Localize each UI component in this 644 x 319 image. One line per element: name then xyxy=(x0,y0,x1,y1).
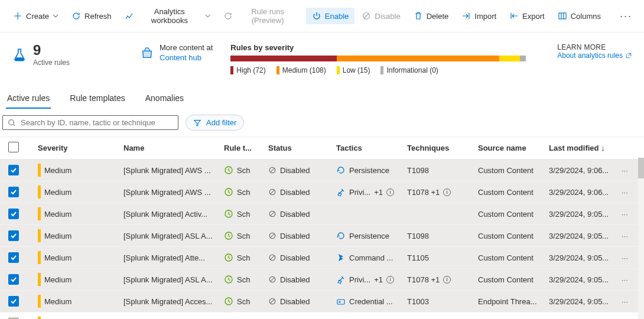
row-checkbox[interactable] xyxy=(8,230,19,241)
export-label: Export xyxy=(522,12,545,21)
clock-icon xyxy=(224,253,233,262)
columns-label: Columns xyxy=(571,12,601,21)
delete-button[interactable]: Delete xyxy=(408,8,455,24)
clock-icon xyxy=(224,187,233,197)
severity-indicator xyxy=(38,207,41,220)
info-icon[interactable]: i xyxy=(386,276,394,284)
status-value: Disabled xyxy=(280,275,310,284)
row-more-icon[interactable]: ··· xyxy=(617,275,635,284)
table-row[interactable]: Medium[Splunk Migrated] ASL A...SchDisab… xyxy=(0,269,644,291)
row-more-icon[interactable]: ··· xyxy=(617,188,635,197)
table-header: Severity Name Rule t... Status Tactics T… xyxy=(0,136,644,160)
refresh-button[interactable]: Refresh xyxy=(66,8,118,24)
modified-value: 3/29/2024, 9:05... xyxy=(549,232,617,240)
add-filter-button[interactable]: Add filter xyxy=(186,115,244,131)
active-rules-count: 9 Active rules xyxy=(12,43,70,67)
row-checkbox[interactable] xyxy=(8,187,19,197)
select-all-checkbox[interactable] xyxy=(8,142,19,152)
import-icon xyxy=(461,11,471,21)
col-rule-type[interactable]: Rule t... xyxy=(224,144,268,152)
col-severity[interactable]: Severity xyxy=(38,144,123,152)
tabs: Active rules Rule templates Anomalies xyxy=(0,89,644,109)
modified-value: 3/29/2024, 9:05... xyxy=(549,275,617,284)
severity-legend: High (72) Medium (108) Low (15) Informat… xyxy=(230,66,539,74)
count-value: 9 xyxy=(33,43,70,57)
tactic-extra: +1 xyxy=(374,188,383,197)
table-row[interactable]: Medium[Splunk Migrated] AWS ...SchDisabl… xyxy=(0,160,644,181)
tactic-extra: +1 xyxy=(374,275,383,284)
scrollbar[interactable] xyxy=(638,158,644,319)
table-row[interactable]: Medium[Splunk Migrated] Activ...SchDisab… xyxy=(0,203,644,225)
chart-icon xyxy=(125,11,134,21)
svg-rect-1 xyxy=(559,13,566,19)
severity-title: Rules by severity xyxy=(230,43,539,52)
clock-icon xyxy=(224,231,233,240)
row-more-icon[interactable]: ··· xyxy=(617,232,635,240)
severity-value: Medium xyxy=(44,166,71,175)
table-row[interactable]: Medium[Splunk Migrated] Acces...SchDisab… xyxy=(0,291,644,313)
tactic-value: Credential ... xyxy=(349,297,393,306)
add-filter-label: Add filter xyxy=(206,118,236,127)
table-row[interactable]: Medium[Splunk Migrated] ASL A...SchDisab… xyxy=(0,225,644,247)
plus-icon xyxy=(13,11,22,21)
info-icon[interactable]: i xyxy=(443,188,451,196)
row-checkbox[interactable] xyxy=(8,209,19,219)
info-icon[interactable]: i xyxy=(386,188,394,196)
row-checkbox[interactable] xyxy=(8,274,19,285)
rule-type-value: Sch xyxy=(237,188,250,197)
overflow-icon[interactable]: ··· xyxy=(615,10,637,22)
table-row[interactable]: Medium[Splunk Migrated] Atte...SchDisabl… xyxy=(0,247,644,269)
col-techniques[interactable]: Techniques xyxy=(407,144,478,152)
trash-icon xyxy=(414,11,423,21)
status-value: Disabled xyxy=(280,253,310,262)
tab-active-rules[interactable]: Active rules xyxy=(6,89,51,109)
disable-label: Disable xyxy=(375,12,400,21)
search-box[interactable] xyxy=(2,115,178,130)
source-value: Custom Content xyxy=(478,253,549,262)
import-button[interactable]: Import xyxy=(456,8,502,24)
svg-point-2 xyxy=(9,119,14,125)
row-checkbox[interactable] xyxy=(8,296,19,307)
severity-indicator xyxy=(38,295,41,308)
tab-rule-templates[interactable]: Rule templates xyxy=(69,89,126,109)
learn-more-block: LEARN MORE About analytics rules xyxy=(557,43,632,60)
export-button[interactable]: Export xyxy=(503,8,551,24)
rule-type-value: Sch xyxy=(237,253,250,262)
col-name[interactable]: Name xyxy=(123,144,224,152)
prohibit-icon xyxy=(362,11,371,21)
row-checkbox[interactable] xyxy=(8,252,19,263)
row-more-icon[interactable]: ··· xyxy=(617,210,635,219)
row-checkbox[interactable] xyxy=(8,165,19,175)
row-more-icon[interactable]: ··· xyxy=(617,166,635,175)
prohibit-icon xyxy=(268,188,277,196)
source-value: Custom Content xyxy=(478,232,549,240)
tactic-value: Persistence xyxy=(349,166,389,175)
rule-type-value: Sch xyxy=(237,210,250,219)
learn-link-text: About analytics rules xyxy=(557,51,623,60)
col-source[interactable]: Source name xyxy=(478,144,549,152)
row-more-icon[interactable]: ··· xyxy=(617,297,635,306)
col-status[interactable]: Status xyxy=(268,144,336,152)
info-icon[interactable]: i xyxy=(443,276,451,284)
col-modified[interactable]: Last modified ↓ xyxy=(549,144,617,152)
enable-button[interactable]: Enable xyxy=(306,8,354,24)
analytics-workbooks-button[interactable]: Analytics workbooks xyxy=(119,4,217,28)
content-hub-link[interactable]: More content at Content hub xyxy=(141,43,213,63)
learn-more-link[interactable]: About analytics rules xyxy=(557,51,632,60)
col-tactics[interactable]: Tactics xyxy=(336,144,407,152)
clock-icon xyxy=(224,275,233,284)
table-row[interactable]: MediumAUTO DISABLED Brute F...SchEnabled… xyxy=(0,313,644,319)
prohibit-icon xyxy=(268,253,277,262)
content-hub-link-text[interactable]: Content hub xyxy=(160,53,213,63)
severity-indicator xyxy=(38,164,41,177)
tab-anomalies[interactable]: Anomalies xyxy=(144,89,185,109)
legend-medium: Medium (108) xyxy=(282,66,326,74)
row-more-icon[interactable]: ··· xyxy=(617,253,635,262)
table-row[interactable]: Medium[Splunk Migrated] AWS ...SchDisabl… xyxy=(0,181,644,203)
import-label: Import xyxy=(474,12,496,21)
search-input[interactable] xyxy=(21,118,173,127)
severity-bar xyxy=(230,56,526,61)
columns-button[interactable]: Columns xyxy=(552,8,607,24)
create-button[interactable]: Create xyxy=(7,8,64,24)
rule-name: [Splunk Migrated] Atte... xyxy=(123,253,224,262)
